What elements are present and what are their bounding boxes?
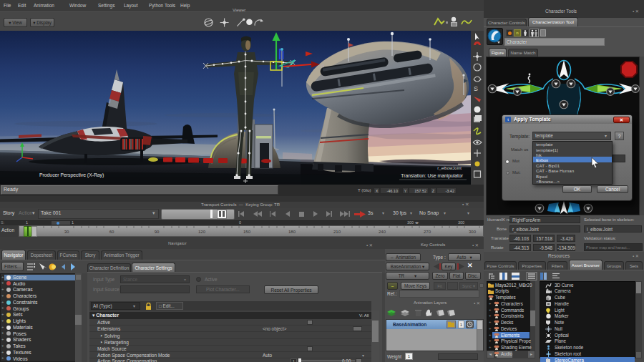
- svg-text:Translation: Use manipulator: Translation: Use manipulator: [401, 173, 463, 179]
- svg-text:Producer Perspective (X-Ray): Producer Perspective (X-Ray): [39, 172, 104, 178]
- svg-text:180: 180: [288, 230, 296, 234]
- svg-text:120: 120: [198, 230, 206, 234]
- svg-text:300: 300: [469, 230, 477, 234]
- svg-text:90: 90: [155, 230, 160, 234]
- svg-text:210: 210: [333, 230, 341, 234]
- svg-text:270: 270: [424, 230, 431, 234]
- svg-text:S: S: [474, 85, 478, 92]
- svg-text:240: 240: [379, 230, 386, 234]
- svg-text:150: 150: [243, 230, 251, 234]
- svg-text:r_elbowJoint: r_elbowJoint: [437, 166, 462, 170]
- svg-text:60: 60: [109, 230, 114, 234]
- svg-text:30: 30: [64, 230, 69, 234]
